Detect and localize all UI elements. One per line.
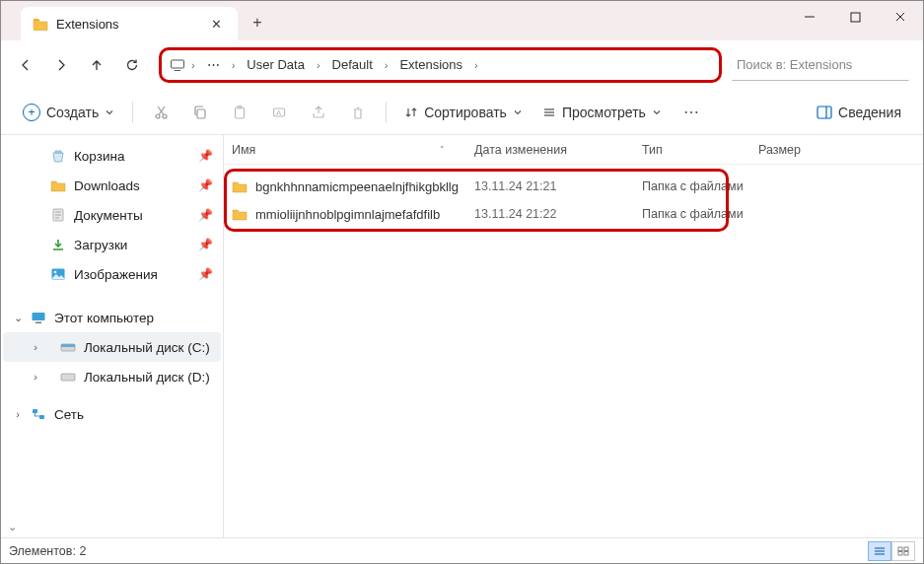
expand-toggle[interactable]: › [11,408,25,420]
delete-button[interactable] [340,97,376,128]
chevron-right-icon[interactable]: › [189,59,197,71]
view-label: Просмотреть [562,105,646,120]
file-date: 13.11.24 21:21 [474,179,642,193]
rows-container: bgnkhhnnamicmpeenaelnjfhikgbkllg 13.11.2… [224,165,923,228]
paste-button[interactable] [222,97,257,128]
expand-toggle[interactable]: › [29,341,42,353]
back-button[interactable] [9,48,42,82]
maximize-button[interactable] [832,1,878,33]
column-name[interactable]: Имя ˄ [232,143,474,157]
chevron-down-icon [652,107,662,117]
column-headers[interactable]: Имя ˄ Дата изменения Тип Размер [224,135,923,165]
breadcrumb-segment[interactable]: Extensions [393,53,468,76]
image-icon [50,267,66,281]
expand-toggle[interactable]: › [29,371,42,383]
column-date[interactable]: Дата изменения [474,143,642,157]
sort-button[interactable]: Сортировать [396,97,531,128]
svg-rect-18 [817,106,831,118]
folder-icon [232,179,248,193]
share-button[interactable] [301,97,336,128]
table-row[interactable]: mmioliijnhnoblpgimnlajmefafdfilb 13.11.2… [224,200,923,228]
network-icon [31,407,46,421]
breadcrumb-ellipsis[interactable]: ⋯ [201,53,226,76]
file-type: Папка с файлами [642,179,758,193]
create-label: Создать [46,105,99,120]
sidebar-item-recycle[interactable]: Корзина 📌 [3,141,221,171]
sidebar-item-documents[interactable]: Документы 📌 [3,200,221,230]
sidebar-item-network[interactable]: › Сеть [3,399,221,429]
breadcrumb[interactable]: › ⋯ › User Data › Default › Extensions › [159,47,722,83]
search-placeholder: Поиск в: Extensions [737,57,852,72]
svg-rect-32 [33,409,37,413]
column-type[interactable]: Тип [642,143,758,157]
address-bar-row: › ⋯ › User Data › Default › Extensions ›… [1,40,923,90]
tab-extensions[interactable]: Extensions ✕ [21,7,238,40]
refresh-button[interactable] [115,48,149,82]
folder-icon [232,207,248,221]
create-button[interactable]: + Создать [15,97,122,128]
explorer-window: Extensions ✕ + › ⋯ › User Data › Default… [0,0,924,564]
pin-icon: 📌 [198,238,213,251]
sidebar-label: Локальный диск (C:) [84,340,210,355]
expand-toggle[interactable]: ⌄ [11,312,25,324]
plus-circle-icon: + [23,104,40,121]
close-window-button[interactable] [878,1,923,33]
svg-rect-28 [36,322,41,324]
pc-icon [170,58,185,72]
sidebar-label: Сеть [54,407,84,422]
search-input[interactable]: Поиск в: Extensions [732,49,909,81]
pin-icon: 📌 [198,267,213,281]
separator [386,102,387,123]
chevron-right-icon[interactable]: › [383,59,391,71]
drive-icon [60,340,76,354]
navigation-tree[interactable]: Корзина 📌 Downloads 📌 Документы 📌 Загруз… [1,135,224,537]
sidebar-item-images[interactable]: Изображения 📌 [3,259,221,289]
tab-close-button[interactable]: ✕ [204,12,228,35]
svg-rect-27 [33,313,45,320]
up-button[interactable] [80,48,113,82]
sidebar-item-drive-d[interactable]: › Локальный диск (D:) [3,362,221,391]
cut-button[interactable] [143,97,178,128]
pin-icon: 📌 [198,178,213,192]
file-type: Папка с файлами [642,207,758,221]
svg-rect-37 [898,547,902,551]
file-list: Имя ˄ Дата изменения Тип Размер bgnkhhnn… [224,135,923,537]
chevron-right-icon[interactable]: › [230,59,238,71]
details-pane-button[interactable]: Сведения [809,97,909,128]
svg-rect-1 [851,13,860,22]
chevron-right-icon[interactable]: › [472,59,480,71]
column-size[interactable]: Размер [758,143,837,157]
table-row[interactable]: bgnkhhnnamicmpeenaelnjfhikgbkllg 13.11.2… [224,173,923,200]
breadcrumb-segment[interactable]: User Data [241,53,311,76]
new-tab-button[interactable]: + [242,7,273,38]
view-details-button[interactable] [868,541,891,561]
sidebar-item-drive-c[interactable]: › Локальный диск (C:) [3,332,221,362]
view-large-icons-button[interactable] [891,541,915,561]
view-icon [542,106,556,119]
breadcrumb-segment[interactable]: Default [326,53,379,76]
chevron-down-icon [105,107,114,117]
pin-icon: 📌 [198,208,213,222]
chevron-right-icon[interactable]: › [315,59,322,71]
chevron-down-icon [513,107,523,117]
svg-rect-39 [898,551,902,555]
rename-button[interactable]: A [261,97,297,128]
view-button[interactable]: Просмотреть [534,97,670,128]
svg-line-9 [158,106,164,115]
sidebar-label: Документы [74,208,143,223]
details-pane-icon [817,106,832,119]
file-name: mmioliijnhnoblpgimnlajmefafdfilb [255,207,440,222]
sort-icon [404,106,418,119]
sidebar-item-zagruzki[interactable]: Загрузки 📌 [3,230,221,259]
sidebar-item-downloads[interactable]: Downloads 📌 [3,171,221,200]
status-text: Элементов: 2 [9,544,86,558]
separator [132,102,133,123]
body: Корзина 📌 Downloads 📌 Документы 📌 Загруз… [1,135,923,537]
forward-button[interactable] [44,48,78,82]
copy-button[interactable] [182,97,218,128]
sidebar-label: Локальный диск (D:) [84,370,210,385]
minimize-button[interactable] [787,1,832,33]
document-icon [50,208,66,222]
more-button[interactable]: ⋯ [674,97,709,128]
sidebar-item-thispc[interactable]: ⌄ Этот компьютер [3,303,221,332]
